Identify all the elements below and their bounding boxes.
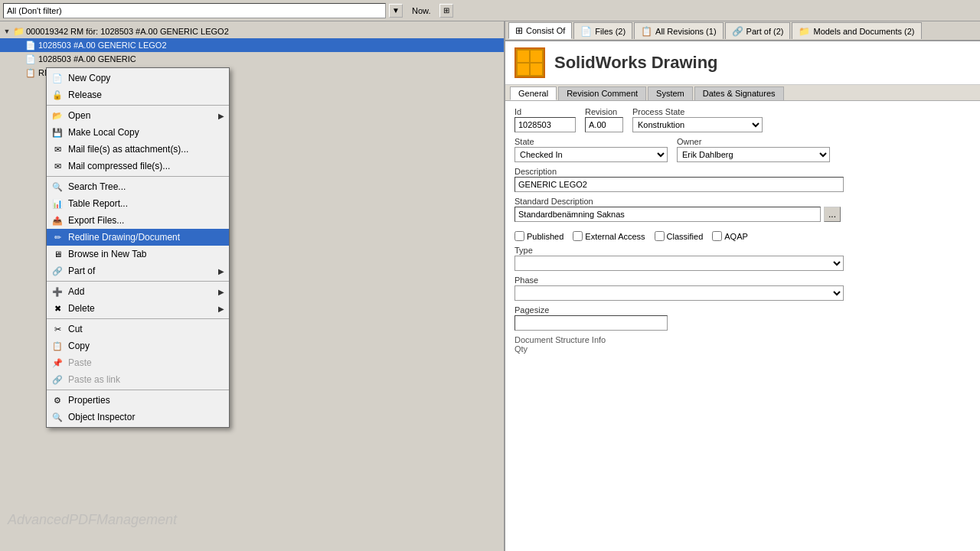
classified-checkbox[interactable] xyxy=(655,231,665,241)
type-select[interactable] xyxy=(514,256,844,271)
external-access-checkbox-item[interactable]: External Access xyxy=(573,231,645,241)
add-arrow: ▶ xyxy=(218,288,224,296)
published-checkbox-item[interactable]: Published xyxy=(514,231,564,241)
description-input[interactable] xyxy=(514,177,844,192)
pagesize-input[interactable] xyxy=(514,315,668,331)
paste-as-link-icon: 🔗 xyxy=(51,373,64,386)
tab-icon: 📋 xyxy=(641,26,652,37)
tab-models-docs[interactable]: 📁Models and Documents (2) xyxy=(792,22,921,39)
mail-compressed-label: Mail compressed file(s)... xyxy=(68,161,224,171)
ctx-item-new-copy[interactable]: 📄New Copy xyxy=(47,70,229,86)
state-select[interactable]: Checked In xyxy=(514,147,668,162)
ctx-item-open[interactable]: 📂Open▶ xyxy=(47,107,229,124)
ctx-item-search-tree[interactable]: 🔍Search Tree... xyxy=(47,178,229,195)
ctx-item-export-files[interactable]: 📤Export Files... xyxy=(47,212,229,229)
tree-label: 1028503 #A.00 GENERIC xyxy=(38,54,136,64)
std-desc-row: ... xyxy=(514,207,971,222)
prop-content: Id Revision Process State Konstruktion xyxy=(505,101,980,551)
object-inspector-icon: 🔍 xyxy=(51,411,64,423)
classified-label: Classified xyxy=(667,232,704,241)
cut-icon: ✂ xyxy=(51,323,64,335)
expand-icon[interactable]: ▼ xyxy=(2,26,12,37)
ctx-item-add[interactable]: ➕Add▶ xyxy=(47,283,229,300)
ctx-item-make-local-copy[interactable]: 💾Make Local Copy xyxy=(47,124,229,141)
published-checkbox[interactable] xyxy=(514,231,524,241)
tab-label: Models and Documents (2) xyxy=(813,27,914,36)
process-state-label: Process State xyxy=(632,107,763,116)
ctx-item-properties[interactable]: ⚙Properties xyxy=(47,392,229,409)
doc-struct-label: Document Structure Info xyxy=(514,335,971,344)
view-icon[interactable]: ⊞ xyxy=(439,4,453,18)
svg-rect-2 xyxy=(531,51,542,62)
export-files-icon: 📤 xyxy=(51,214,64,227)
filter-dropdown-icon[interactable]: ▼ xyxy=(389,4,403,18)
search-tree-icon: 🔍 xyxy=(51,181,64,193)
main-layout: ▼ 📁 000019342 RM för: 1028503 #A.00 GENE… xyxy=(0,21,980,551)
add-label: Add xyxy=(68,286,214,297)
tab-part-of[interactable]: 🔗Part of (2) xyxy=(725,22,791,39)
process-state-field: Process State Konstruktion xyxy=(632,107,763,132)
header-area: SolidWorks Drawing xyxy=(505,41,980,85)
id-input[interactable] xyxy=(514,117,576,132)
ctx-item-redline[interactable]: ✏Redline Drawing/Document xyxy=(47,229,229,246)
tree-row[interactable]: ▼ 📁 000019342 RM för: 1028503 #A.00 GENE… xyxy=(0,24,504,38)
tab-label: Consist Of xyxy=(526,26,565,35)
phase-label: Phase xyxy=(514,276,971,285)
prop-tab-revision-comment[interactable]: Revision Comment xyxy=(558,86,646,100)
ctx-item-mail-compressed[interactable]: ✉Mail compressed file(s)... xyxy=(47,158,229,174)
tab-label: Part of (2) xyxy=(746,27,784,36)
prop-tab-dates-signatures[interactable]: Dates & Signatures xyxy=(694,86,784,100)
classified-checkbox-item[interactable]: Classified xyxy=(655,231,704,241)
type-field: Type xyxy=(514,246,971,271)
paste-icon: 📌 xyxy=(51,357,64,369)
prop-tab-system[interactable]: System xyxy=(648,86,693,100)
ctx-item-delete[interactable]: ✖Delete▶ xyxy=(47,300,229,317)
revision-label: Revision xyxy=(585,107,623,116)
tree-label: 000019342 RM för: 1028503 #A.00 GENERIC … xyxy=(26,27,229,36)
aqap-checkbox-item[interactable]: AQAP xyxy=(712,231,748,241)
aqap-checkbox[interactable] xyxy=(712,231,722,241)
prop-tab-general[interactable]: General xyxy=(510,86,557,100)
tab-files[interactable]: 📄Files (2) xyxy=(573,22,632,39)
ctx-item-object-inspector[interactable]: 🔍Object Inspector xyxy=(47,409,229,425)
phase-select[interactable] xyxy=(514,285,844,301)
description-field: Description xyxy=(514,167,971,192)
release-icon: 🔓 xyxy=(51,89,64,101)
browse-tab-icon: 🖥 xyxy=(51,248,64,260)
tab-icon: 📄 xyxy=(580,26,592,37)
std-desc-input[interactable] xyxy=(514,207,821,222)
mail-attach-label: Mail file(s) as attachment(s)... xyxy=(68,144,224,155)
owner-select[interactable]: Erik Dahlberg xyxy=(677,147,830,162)
doc-icon: 📄 xyxy=(24,53,37,65)
export-files-label: Export Files... xyxy=(68,215,224,226)
ctx-item-part-of[interactable]: 🔗Part of▶ xyxy=(47,262,229,279)
part-of-label: Part of xyxy=(68,266,214,276)
revision-input[interactable] xyxy=(585,117,623,132)
ctx-item-copy[interactable]: 📋Copy xyxy=(47,337,229,354)
ctx-item-cut[interactable]: ✂Cut xyxy=(47,321,229,337)
filter-input[interactable] xyxy=(3,3,386,18)
tree-row[interactable]: 📄 1028503 #A.00 GENERIC xyxy=(0,52,504,66)
copy-icon: 📋 xyxy=(51,340,64,352)
state-group: State Checked In Owner Erik Dahlberg xyxy=(514,137,971,162)
id-field: Id xyxy=(514,107,576,132)
external-access-label: External Access xyxy=(585,232,645,241)
ctx-item-mail-attach[interactable]: ✉Mail file(s) as attachment(s)... xyxy=(47,141,229,158)
ctx-item-browse-tab[interactable]: 🖥Browse in New Tab xyxy=(47,246,229,262)
make-local-copy-icon: 💾 xyxy=(51,126,64,139)
tab-consist-of[interactable]: ⊞Consist Of xyxy=(508,22,572,39)
external-access-checkbox[interactable] xyxy=(573,231,583,241)
tab-bar: ⊞Consist Of📄Files (2)📋All Revisions (1)🔗… xyxy=(505,21,980,41)
folder-icon: 📁 xyxy=(12,25,24,37)
std-desc-button[interactable]: ... xyxy=(824,207,841,222)
process-state-select[interactable]: Konstruktion xyxy=(632,117,763,132)
copy-label: Copy xyxy=(68,341,224,351)
id-label: Id xyxy=(514,107,576,116)
tab-all-revisions[interactable]: 📋All Revisions (1) xyxy=(634,22,723,39)
ctx-item-release[interactable]: 🔓Release xyxy=(47,86,229,103)
tree-row[interactable]: 📄 1028503 #A.00 GENERIC LEGO2 xyxy=(0,38,504,52)
ctx-separator xyxy=(47,281,229,282)
ctx-item-table-report[interactable]: 📊Table Report... xyxy=(47,195,229,212)
checkbox-row: Published External Access Classified AQA… xyxy=(514,231,971,241)
delete-label: Delete xyxy=(68,303,214,314)
